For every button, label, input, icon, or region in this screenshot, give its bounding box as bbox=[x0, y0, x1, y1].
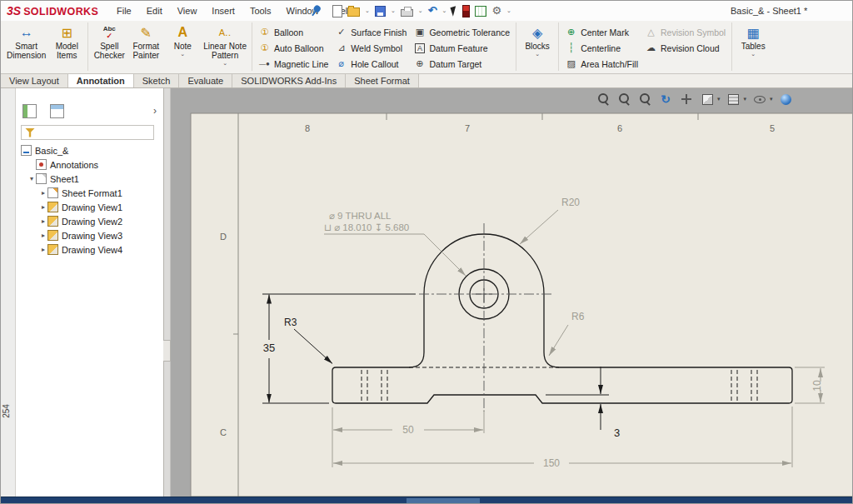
drawing-sheet[interactable]: 8 7 6 5 D C bbox=[191, 113, 853, 497]
drawing-viewport[interactable]: 8 7 6 5 D C bbox=[164, 88, 853, 497]
tree-item-sheet1[interactable]: ▾ Sheet1 bbox=[16, 172, 163, 186]
linear-note-pattern-button[interactable]: A‥ Linear Note Pattern ⌄ bbox=[201, 22, 249, 67]
weld-symbol-button[interactable]: ⊿Weld Symbol bbox=[335, 40, 407, 56]
centerline-button[interactable]: ┆Centerline bbox=[565, 40, 638, 56]
expand-arrow-icon[interactable]: ▸ bbox=[39, 203, 47, 211]
hole-callout-button[interactable]: ⌀Hole Callout bbox=[335, 56, 407, 72]
tables-caret-icon[interactable]: ⌄ bbox=[751, 51, 756, 57]
menu-view[interactable]: View bbox=[170, 1, 205, 21]
view-orientation-icon[interactable] bbox=[700, 92, 715, 107]
smart-dimension-button[interactable]: ↔ Smart Dimension bbox=[4, 22, 48, 61]
dim-height-text[interactable]: 35 bbox=[263, 342, 275, 354]
revision-cloud-button[interactable]: ☁Revision Cloud bbox=[645, 40, 726, 56]
geometric-tolerance-group: ▣Geometric Tolerance ADatum Feature ⊕Dat… bbox=[410, 22, 513, 73]
hide-show-caret-icon[interactable]: ▾ bbox=[770, 96, 773, 102]
display-style-caret-icon[interactable]: ▾ bbox=[744, 96, 747, 102]
tree-item-annotations[interactable]: Annotations bbox=[16, 157, 163, 172]
tab-annotation[interactable]: Annotation bbox=[67, 73, 134, 87]
zoom-area-icon[interactable] bbox=[616, 92, 631, 107]
zoom-in-out-icon[interactable] bbox=[637, 92, 652, 107]
dim-150-text[interactable]: 150 bbox=[543, 457, 560, 469]
format-painter-button[interactable]: ✎ Format Painter bbox=[127, 22, 164, 61]
tree-item-drawing-view4[interactable]: ▸ Drawing View4 bbox=[16, 242, 163, 257]
spell-checker-button[interactable]: Abc✓ Spell Checker bbox=[91, 22, 127, 61]
menu-file[interactable]: File bbox=[109, 1, 139, 21]
linear-note-pattern-caret-icon[interactable]: ⌄ bbox=[222, 60, 227, 67]
ge geometric-tolerance-button[interactable]: ▣Geometric Tolerance bbox=[413, 24, 510, 40]
drawing-canvas[interactable]: 8 7 6 5 D C bbox=[164, 88, 853, 497]
note-button[interactable]: A Note ⌄ bbox=[164, 22, 201, 58]
print-icon[interactable] bbox=[401, 9, 413, 17]
panel-splitter-handle[interactable] bbox=[163, 340, 171, 362]
revision-symbol-button: △Revision Symbol bbox=[645, 24, 726, 40]
center-mark-button[interactable]: ⊕Center Mark bbox=[565, 24, 638, 40]
tree-item-drawing-view2[interactable]: ▸ Drawing View2 bbox=[16, 214, 163, 228]
datum-feature-button[interactable]: ADatum Feature bbox=[413, 40, 510, 56]
undo-caret-icon[interactable]: ⌄ bbox=[442, 7, 447, 14]
tab-sketch[interactable]: Sketch bbox=[133, 73, 180, 87]
auto-balloon-button[interactable]: ①Auto Balloon bbox=[258, 40, 328, 56]
hole-callout-line2[interactable]: ⊔ ⌀ 18.010 ↧ 5.680 bbox=[324, 222, 409, 232]
tab-sheet-format[interactable]: Sheet Format bbox=[345, 73, 419, 87]
hide-show-items-icon[interactable] bbox=[752, 92, 767, 107]
new-document-icon[interactable] bbox=[332, 5, 342, 17]
zoom-fit-icon[interactable] bbox=[596, 92, 611, 107]
save-caret-icon[interactable]: ⌄ bbox=[391, 7, 396, 14]
pan-icon[interactable] bbox=[679, 92, 694, 107]
tree-item-drawing-view3[interactable]: ▸ Drawing View3 bbox=[16, 228, 163, 242]
note-caret-icon[interactable]: ⌄ bbox=[180, 51, 185, 57]
dim-r3-text[interactable]: R3 bbox=[284, 317, 297, 328]
property-manager-tab-icon[interactable] bbox=[50, 104, 64, 118]
menu-tools[interactable]: Tools bbox=[242, 1, 279, 21]
tree-item-drawing-view1[interactable]: ▸ Drawing View1 bbox=[16, 200, 163, 214]
expand-arrow-icon[interactable]: ▸ bbox=[39, 217, 47, 225]
tab-evaluate[interactable]: Evaluate bbox=[178, 73, 232, 87]
collapse-arrow-icon[interactable]: ▾ bbox=[27, 175, 36, 182]
dim-r6-text[interactable]: R6 bbox=[571, 311, 585, 322]
dim-50-text[interactable]: 50 bbox=[402, 424, 414, 436]
display-style-icon[interactable] bbox=[726, 92, 741, 107]
view-settings-globe-icon[interactable] bbox=[781, 94, 791, 105]
open-icon[interactable] bbox=[347, 7, 360, 17]
tab-solidworks-add-ins[interactable]: SOLIDWORKS Add-Ins bbox=[232, 73, 346, 87]
undo-icon[interactable]: ↶ bbox=[428, 5, 437, 17]
area-hatch-fill-button[interactable]: ▨Area Hatch/Fill bbox=[565, 56, 638, 72]
rebuild-icon[interactable] bbox=[462, 5, 470, 17]
zone-column-8: 8 bbox=[305, 123, 310, 133]
magnetic-line-button[interactable]: —●Magnetic Line bbox=[258, 56, 328, 72]
blocks-caret-icon[interactable]: ⌄ bbox=[535, 51, 540, 57]
print-caret-icon[interactable]: ⌄ bbox=[418, 7, 423, 14]
select-cursor-icon[interactable] bbox=[451, 6, 459, 17]
dim-step-text[interactable]: 3 bbox=[614, 427, 620, 439]
surface-finish-button[interactable]: ✓Surface Finish bbox=[335, 24, 407, 40]
blocks-button[interactable]: ◈ Blocks ⌄ bbox=[519, 22, 556, 58]
panel-expand-chevron-icon[interactable]: › bbox=[153, 105, 157, 117]
tables-button[interactable]: ▦ Tables ⌄ bbox=[735, 22, 771, 58]
tree-item-sheet-format1[interactable]: ▸ Sheet Format1 bbox=[16, 186, 163, 200]
expand-arrow-icon[interactable]: ▸ bbox=[39, 232, 47, 239]
view-orientation-caret-icon[interactable]: ▾ bbox=[717, 96, 721, 102]
model-items-button[interactable]: ⊞ Model Items bbox=[48, 22, 85, 61]
linear-note-pattern-icon: A‥ bbox=[219, 23, 232, 42]
expand-arrow-icon[interactable]: ▸ bbox=[39, 189, 47, 197]
hole-callout-line1[interactable]: ⌀ 9 THRU ALL bbox=[329, 211, 392, 221]
menu-insert[interactable]: Insert bbox=[204, 1, 242, 21]
tab-view-layout[interactable]: View Layout bbox=[0, 73, 68, 87]
save-icon[interactable] bbox=[375, 6, 386, 17]
tree-filter-input[interactable] bbox=[21, 125, 154, 140]
feature-manager-tab-icon[interactable] bbox=[22, 104, 37, 118]
datum-target-button[interactable]: ⊕Datum Target bbox=[413, 56, 510, 72]
balloon-button[interactable]: ①Balloon bbox=[258, 24, 328, 40]
dim-r20-text[interactable]: R20 bbox=[561, 197, 580, 208]
options-gear-icon[interactable]: ⚙ bbox=[491, 5, 501, 17]
options-caret-icon[interactable]: ⌄ bbox=[506, 7, 511, 14]
tree-item-root[interactable]: Basic_& bbox=[16, 143, 163, 157]
drawing-document-icon bbox=[21, 145, 32, 156]
open-caret-icon[interactable]: ⌄ bbox=[365, 7, 370, 14]
menu-edit[interactable]: Edit bbox=[139, 1, 170, 21]
file-properties-icon[interactable] bbox=[475, 6, 486, 17]
ribbon-separator bbox=[558, 22, 559, 71]
expand-arrow-icon[interactable]: ▸ bbox=[39, 246, 47, 253]
rotate-view-icon[interactable]: ↻ bbox=[658, 92, 673, 107]
dim-10-text[interactable]: 10 bbox=[811, 380, 823, 392]
